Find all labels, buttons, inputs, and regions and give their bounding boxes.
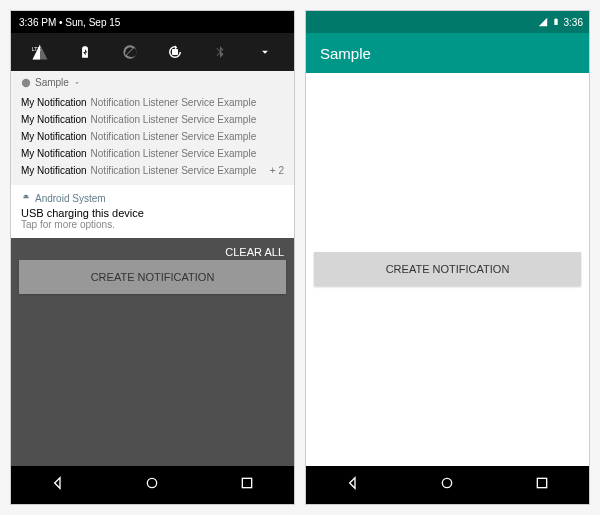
- create-notification-button[interactable]: CREATE NOTIFICATION: [314, 252, 581, 286]
- system-source: Android System: [35, 193, 106, 204]
- rotate-icon[interactable]: [161, 43, 189, 61]
- svg-point-9: [443, 478, 452, 487]
- notif-app-name: Sample: [35, 77, 69, 88]
- home-icon[interactable]: [144, 475, 160, 495]
- nav-bar-right: [306, 466, 589, 504]
- nav-bar-left: [11, 466, 294, 504]
- clear-all-button[interactable]: CLEAR ALL: [225, 246, 284, 258]
- signal-icon: [538, 17, 548, 27]
- create-notification-button[interactable]: CREATE NOTIFICATION: [19, 260, 286, 294]
- app-body: CREATE NOTIFICATION: [306, 73, 589, 466]
- notification-row[interactable]: My Notification Notification Listener Se…: [11, 145, 294, 162]
- app-title: Sample: [320, 45, 371, 62]
- svg-rect-7: [554, 19, 557, 25]
- chevron-down-icon[interactable]: [251, 45, 279, 59]
- notif-body: Notification Listener Service Example: [91, 114, 257, 125]
- back-icon[interactable]: [345, 475, 361, 495]
- svg-point-4: [27, 196, 28, 197]
- system-notification[interactable]: Android System USB charging this device …: [11, 185, 294, 238]
- recents-icon[interactable]: [534, 475, 550, 495]
- phone-left: 3:36 PM • Sun, Sep 15 LTE Sample My Noti…: [10, 10, 295, 505]
- status-date: Sun, Sep 15: [65, 17, 120, 28]
- notif-body: Notification Listener Service Example: [91, 165, 257, 176]
- status-dot: •: [59, 17, 63, 28]
- notif-body: Notification Listener Service Example: [91, 148, 257, 159]
- svg-point-5: [148, 478, 157, 487]
- statusbar-right: 3:36: [306, 11, 589, 33]
- notification-shade: Sample My Notification Notification List…: [11, 71, 294, 238]
- app-bar: Sample: [306, 33, 589, 73]
- notif-title: My Notification: [21, 97, 87, 108]
- chevron-down-icon: [73, 79, 81, 87]
- system-notif-title: USB charging this device: [21, 207, 284, 219]
- recents-icon[interactable]: [239, 475, 255, 495]
- notification-row[interactable]: My Notification Notification Listener Se…: [11, 94, 294, 111]
- battery-icon: [552, 16, 560, 28]
- notif-body: Notification Listener Service Example: [91, 131, 257, 142]
- svg-rect-10: [537, 478, 546, 487]
- bluetooth-off-icon[interactable]: [206, 43, 234, 61]
- notif-group-header[interactable]: Sample: [11, 71, 294, 94]
- quick-settings-row: LTE: [11, 33, 294, 71]
- svg-rect-8: [555, 18, 556, 19]
- svg-point-3: [24, 196, 25, 197]
- dnd-off-icon[interactable]: [116, 44, 144, 60]
- svg-text:LTE: LTE: [31, 46, 41, 52]
- notif-title: My Notification: [21, 131, 87, 142]
- battery-charging-icon[interactable]: [71, 43, 99, 61]
- notif-title: My Notification: [21, 148, 87, 159]
- back-icon[interactable]: [50, 475, 66, 495]
- home-icon[interactable]: [439, 475, 455, 495]
- notif-overflow-count: + 2: [270, 165, 284, 176]
- notif-title: My Notification: [21, 114, 87, 125]
- android-icon: [21, 194, 31, 204]
- notification-row[interactable]: My Notification Notification Listener Se…: [11, 162, 294, 179]
- notif-title: My Notification: [21, 165, 87, 176]
- notification-row[interactable]: My Notification Notification Listener Se…: [11, 128, 294, 145]
- shade-scrim: CLEAR ALL CREATE NOTIFICATION: [11, 238, 294, 466]
- notification-row[interactable]: My Notification Notification Listener Se…: [11, 111, 294, 128]
- system-notif-sub: Tap for more options.: [21, 219, 284, 230]
- status-time-right: 3:36: [564, 17, 583, 28]
- svg-rect-6: [242, 478, 251, 487]
- phone-right: 3:36 Sample CREATE NOTIFICATION: [305, 10, 590, 505]
- svg-point-2: [22, 78, 30, 86]
- notif-body: Notification Listener Service Example: [91, 97, 257, 108]
- app-small-icon: [21, 78, 31, 88]
- signal-lte-icon[interactable]: LTE: [26, 43, 54, 61]
- status-time: 3:36 PM: [19, 17, 56, 28]
- svg-rect-1: [172, 49, 178, 55]
- statusbar-left: 3:36 PM • Sun, Sep 15: [11, 11, 294, 33]
